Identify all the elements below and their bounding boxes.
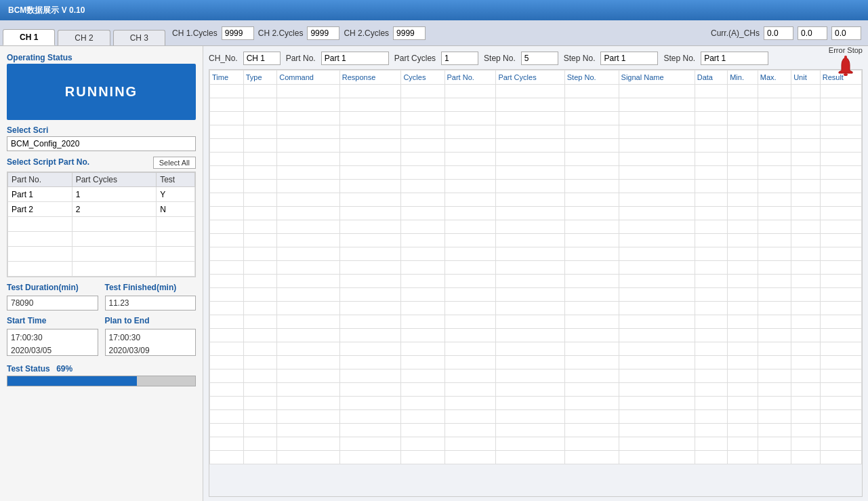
table-row — [210, 98, 862, 112]
ch1-cycles-input[interactable] — [222, 26, 254, 40]
data-table-col-part-no-[interactable]: Part No. — [445, 71, 496, 85]
part-table-cell-test — [157, 232, 195, 247]
test-status-percent: 69% — [56, 364, 73, 374]
part-table-cell-partCycles — [72, 217, 157, 232]
part-table-header-cycles: Part Cycles — [72, 173, 157, 187]
part-table-row[interactable] — [8, 247, 195, 262]
part-table-cell-test: Y — [157, 187, 195, 202]
part-table-cell-partNo — [8, 232, 73, 247]
data-table-col-cycles[interactable]: Cycles — [401, 71, 445, 85]
table-row — [210, 112, 862, 125]
start-time-value: 17:00:302020/03/05 — [7, 329, 98, 356]
test-finished-label: Test Finished(min) — [105, 283, 197, 292]
table-row — [210, 261, 862, 275]
part-table-cell-test: N — [157, 202, 195, 217]
svg-rect-1 — [844, 56, 847, 58]
data-table-col-data[interactable]: Data — [695, 71, 727, 85]
table-row — [210, 180, 862, 193]
table-row — [210, 125, 862, 139]
table-row — [210, 302, 862, 315]
data-table: TimeTypeCommandResponseCyclesPart No.Par… — [209, 70, 862, 464]
test-duration-label: Test Duration(min) — [7, 283, 98, 292]
step-no-label3: Step No. — [663, 54, 695, 63]
error-stop-area: Error Stop — [829, 46, 863, 77]
data-table-col-command[interactable]: Command — [277, 71, 340, 85]
svg-point-0 — [844, 73, 848, 76]
ch2-cycles-input2[interactable] — [393, 26, 426, 40]
data-table-col-step-no-[interactable]: Step No. — [564, 71, 619, 85]
part-table-cell-partCycles — [72, 247, 157, 262]
data-table-col-part-cycles[interactable]: Part Cycles — [496, 71, 564, 85]
tab-ch2[interactable]: CH 2 — [58, 30, 110, 45]
part-no-label: Part No. — [286, 54, 316, 63]
step-no-input3[interactable] — [701, 52, 768, 65]
control-row: CH_No. Part No. Part Cycles Step No. Ste… — [209, 52, 863, 65]
curr2-input[interactable] — [798, 26, 827, 40]
part-table-row[interactable]: Part 11Y — [8, 187, 195, 202]
part-no-input[interactable] — [321, 52, 389, 65]
part-table-row[interactable]: Part 22N — [8, 202, 195, 217]
table-row — [210, 410, 862, 424]
step-no-label: Step No. — [484, 54, 516, 63]
app-title: BCM数据展示 V 0.10 — [8, 5, 85, 16]
select-script-part-label: Select Script Part No. — [7, 157, 89, 167]
data-table-col-response[interactable]: Response — [339, 71, 401, 85]
data-table-col-time[interactable]: Time — [210, 71, 244, 85]
ch-no-input[interactable] — [243, 52, 281, 65]
table-row — [210, 288, 862, 302]
script-input[interactable] — [7, 136, 196, 151]
part-table-cell-partNo — [8, 247, 73, 262]
step-no-label2: Step No. — [564, 54, 596, 63]
table-row — [210, 383, 862, 397]
data-table-scroll: TimeTypeCommandResponseCyclesPart No.Par… — [209, 69, 863, 497]
tab-ch3[interactable]: CH 3 — [113, 30, 165, 45]
data-table-col-max-[interactable]: Max. — [758, 71, 791, 85]
data-table-col-signal-name[interactable]: Signal Name — [619, 71, 695, 85]
part-table-wrapper: Part No. Part Cycles Test Part 11YPart 2… — [7, 172, 196, 277]
table-row — [210, 315, 862, 329]
table-row — [210, 397, 862, 410]
plan-to-end-value: 17:00:302020/03/09 — [105, 329, 197, 356]
ch2-cycles-label2: CH 2.Cycles — [344, 28, 389, 38]
table-row — [210, 85, 862, 98]
tab-ch1[interactable]: CH 1 — [3, 29, 55, 45]
ch2-cycles-input[interactable] — [307, 26, 339, 40]
part-table-cell-partCycles: 2 — [72, 202, 157, 217]
data-table-col-type[interactable]: Type — [243, 71, 276, 85]
table-row — [210, 342, 862, 356]
table-row — [210, 275, 862, 288]
table-row — [210, 437, 862, 451]
progress-bar-fill — [7, 376, 137, 386]
curr3-input[interactable] — [831, 26, 861, 40]
progress-bar-container — [7, 376, 196, 386]
part-table-header-test: Test — [157, 173, 195, 187]
running-status: RUNNING — [7, 64, 196, 120]
part-table-cell-partNo — [8, 217, 73, 232]
ch2-cycles-label: CH 2.Cycles — [258, 28, 304, 38]
part-table-header-partno: Part No. — [8, 173, 73, 187]
data-table-col-unit[interactable]: Unit — [791, 71, 821, 85]
curr1-input[interactable] — [764, 26, 793, 40]
part-table-cell-partNo: Part 1 — [8, 187, 73, 202]
test-duration-value: 78090 — [7, 296, 98, 310]
progress-section: Test Status 69% — [7, 364, 196, 386]
part-table: Part No. Part Cycles Test Part 11YPart 2… — [7, 172, 195, 277]
select-all-button[interactable]: Select All — [153, 157, 196, 169]
test-finished-value: 11.23 — [105, 296, 197, 310]
bell-icon[interactable] — [836, 56, 855, 77]
part-table-cell-partCycles — [72, 232, 157, 247]
step-no-input2[interactable] — [600, 52, 658, 65]
table-row — [210, 207, 862, 220]
part-table-row[interactable] — [8, 217, 195, 232]
part-table-cell-test — [157, 217, 195, 232]
data-table-col-min-[interactable]: Min. — [728, 71, 758, 85]
ch1-cycles-label: CH 1.Cycles — [172, 28, 218, 38]
table-row — [210, 220, 862, 234]
table-row — [210, 153, 862, 166]
table-row — [210, 234, 862, 247]
step-no-input[interactable] — [521, 52, 558, 65]
part-table-cell-test — [157, 247, 195, 262]
part-table-row[interactable] — [8, 232, 195, 247]
part-cycles-input[interactable] — [441, 52, 478, 65]
part-table-row[interactable] — [8, 262, 195, 277]
